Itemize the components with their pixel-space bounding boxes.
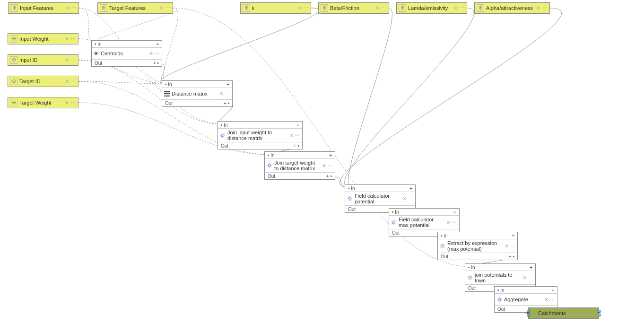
svg-line-75 bbox=[471, 279, 472, 280]
svg-line-47 bbox=[348, 197, 349, 198]
add-input-icon[interactable]: + bbox=[329, 153, 332, 158]
handle-right[interactable] bbox=[598, 310, 600, 316]
close-icon[interactable]: ✕ bbox=[375, 3, 380, 13]
close-icon[interactable]: ✕ bbox=[536, 3, 540, 13]
plus-icon: ⊕ bbox=[10, 78, 17, 85]
menu-icon[interactable]: ⋯ bbox=[155, 51, 160, 56]
close-icon[interactable]: ✕ bbox=[297, 3, 302, 13]
svg-line-86 bbox=[500, 298, 501, 299]
menu-icon[interactable]: ⋯ bbox=[295, 133, 300, 138]
add-output-icon[interactable]: + bbox=[326, 174, 329, 179]
menu-icon[interactable]: ⋯ bbox=[408, 196, 413, 202]
param-input_id[interactable]: ⊕ Input ID ✕ ⋯ bbox=[8, 54, 78, 66]
param-label: Beta/Friction bbox=[330, 3, 373, 13]
close-icon[interactable]: ✕ bbox=[159, 3, 164, 13]
out-label: Out bbox=[441, 254, 448, 259]
output-catchments[interactable]: Catchments bbox=[528, 307, 599, 319]
gear-icon bbox=[467, 275, 473, 280]
param-label: Target ID bbox=[19, 76, 62, 87]
svg-point-42 bbox=[349, 198, 351, 200]
add-input-icon[interactable]: + bbox=[551, 288, 554, 293]
add-input-icon[interactable]: + bbox=[296, 123, 299, 128]
wire-k-to-dist bbox=[160, 8, 319, 84]
close-icon[interactable]: ✕ bbox=[65, 3, 70, 13]
add-input-icon[interactable]: + bbox=[409, 186, 412, 191]
param-target_weight[interactable]: ⊕ Target Weight ✕ ⋯ bbox=[8, 97, 78, 108]
close-icon[interactable]: ✕ bbox=[402, 196, 407, 202]
param-label: Input ID bbox=[19, 55, 62, 65]
svg-line-29 bbox=[221, 134, 222, 135]
param-k[interactable]: ⊕ k ✕ ⋯ bbox=[240, 2, 311, 14]
add-input-icon[interactable]: + bbox=[453, 210, 456, 215]
add-input-icon[interactable]: + bbox=[530, 265, 532, 270]
menu-icon[interactable]: ⋯ bbox=[528, 275, 533, 280]
handle-left[interactable] bbox=[527, 310, 530, 316]
close-icon[interactable]: ✕ bbox=[522, 275, 527, 281]
add-output-icon[interactable]: + bbox=[153, 61, 156, 66]
param-alpha[interactable]: ⊕ Alpha/attractiveness ✕ ⋯ bbox=[474, 2, 550, 14]
plus-icon: ⊕ bbox=[10, 99, 17, 106]
plus-icon: ⊕ bbox=[100, 4, 107, 12]
close-icon[interactable]: ✕ bbox=[453, 3, 458, 13]
add-input-icon[interactable]: + bbox=[226, 82, 229, 87]
add-output-icon[interactable]: + bbox=[224, 101, 226, 106]
close-icon[interactable]: ✕ bbox=[148, 51, 153, 57]
close-icon[interactable]: ✕ bbox=[289, 132, 294, 139]
menu-icon[interactable]: ⋯ bbox=[304, 3, 309, 13]
menu-icon[interactable]: ⋯ bbox=[460, 3, 465, 13]
menu-icon[interactable]: ⋯ bbox=[165, 3, 171, 13]
param-input_weight[interactable]: ⊕ Input Weight ✕ ⋯ bbox=[8, 33, 78, 44]
out-label: Out bbox=[392, 230, 400, 236]
menu-icon[interactable]: ⋯ bbox=[452, 220, 457, 225]
algo-label: Join input weight to distance matrix bbox=[227, 130, 287, 141]
menu-icon[interactable]: ⋯ bbox=[225, 91, 230, 96]
menu-icon[interactable]: ⋯ bbox=[542, 3, 548, 13]
svg-line-31 bbox=[221, 136, 222, 137]
close-icon[interactable]: ✕ bbox=[322, 163, 326, 169]
wire-target_features-to-dist bbox=[163, 8, 178, 84]
close-icon[interactable]: ✕ bbox=[64, 76, 69, 87]
menu-icon[interactable]: ⋯ bbox=[328, 163, 333, 168]
algo-join_tgt[interactable]: • In+ Join target weight to distance mat… bbox=[264, 151, 335, 180]
in-label: In bbox=[97, 42, 101, 47]
add-output-icon[interactable]: + bbox=[509, 254, 512, 259]
svg-line-48 bbox=[351, 200, 352, 201]
add-output-icon[interactable]: + bbox=[294, 143, 296, 149]
output-label: Catchments bbox=[538, 310, 566, 316]
close-icon[interactable]: ✕ bbox=[504, 243, 509, 249]
close-icon[interactable]: ✕ bbox=[544, 297, 548, 303]
algo-centroids[interactable]: • In+ 👁Centroids ✕⋯ Out+ • bbox=[91, 40, 162, 67]
param-lambda[interactable]: ⊕ Lamda/emissivity ✕ ⋯ bbox=[396, 2, 467, 14]
param-target_features[interactable]: ⊕ Target Features ✕ ⋯ bbox=[97, 2, 173, 14]
svg-line-74 bbox=[469, 276, 470, 277]
close-icon[interactable]: ✕ bbox=[64, 34, 69, 44]
param-beta[interactable]: ⊕ Beta/Friction ✕ ⋯ bbox=[318, 2, 389, 14]
svg-line-59 bbox=[395, 221, 396, 222]
svg-line-85 bbox=[498, 300, 499, 301]
in-label: In bbox=[444, 233, 447, 238]
menu-icon[interactable]: ⋯ bbox=[71, 3, 77, 13]
close-icon[interactable]: ✕ bbox=[219, 91, 224, 97]
plus-icon: ⊕ bbox=[10, 4, 18, 12]
menu-icon[interactable]: ⋯ bbox=[71, 55, 76, 65]
wire-alpha-to-fc_pot bbox=[339, 8, 561, 188]
menu-icon[interactable]: ⋯ bbox=[510, 244, 515, 249]
wire-lambda-to-fc_pot bbox=[345, 8, 474, 188]
param-target_id[interactable]: ⊕ Target ID ✕ ⋯ bbox=[8, 76, 78, 87]
menu-icon[interactable]: ⋯ bbox=[382, 3, 387, 13]
menu-icon[interactable]: ⋯ bbox=[71, 34, 76, 44]
in-label: In bbox=[168, 82, 172, 87]
menu-icon[interactable]: ⋯ bbox=[550, 297, 555, 302]
add-input-icon[interactable]: + bbox=[156, 42, 159, 47]
menu-icon[interactable]: ⋯ bbox=[71, 97, 76, 108]
param-input_features[interactable]: ⊕ Input Features ✕ ⋯ bbox=[8, 2, 79, 14]
algo-dist[interactable]: • In+ Distance matrix ✕⋯ Out+ • bbox=[162, 80, 233, 107]
close-icon[interactable]: ✕ bbox=[64, 97, 69, 108]
add-input-icon[interactable]: + bbox=[512, 233, 514, 238]
algo-join_in[interactable]: • In+ Join input weight to distance matr… bbox=[218, 121, 303, 149]
menu-icon[interactable]: ⋯ bbox=[71, 76, 76, 87]
close-icon[interactable]: ✕ bbox=[446, 219, 451, 226]
algo-extract[interactable]: • In+ Extract by expression (max potenti… bbox=[437, 232, 518, 260]
param-label: Alpha/attractiveness bbox=[486, 3, 534, 13]
close-icon[interactable]: ✕ bbox=[64, 55, 69, 65]
